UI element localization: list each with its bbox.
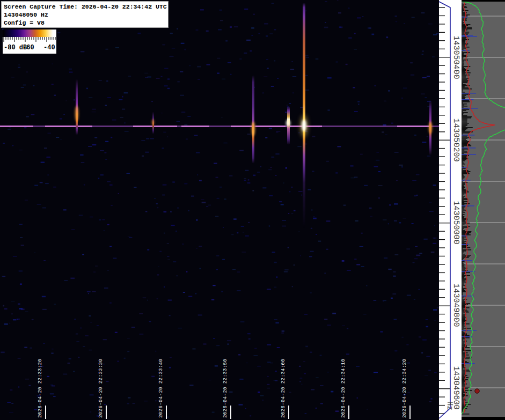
carrier-signal-line-segment [290, 126, 302, 127]
capture-time-line: Screen Capture Time: 2026-04-20 22:34:42… [4, 3, 166, 11]
capture-info-box: Screen Capture Time: 2026-04-20 22:34:42… [1, 1, 169, 28]
meteor-echo-glow [429, 122, 432, 134]
time-axis-tick [106, 406, 107, 419]
meteor-echo-glow [286, 120, 290, 127]
carrier-signal-line-segment [45, 126, 92, 127]
time-axis-label: 2026-04-20 22:33:40 [158, 359, 164, 418]
meteor-echo-streak [252, 75, 254, 164]
spectrum-marker-dot [475, 389, 479, 393]
time-axis-tick [166, 406, 167, 419]
colorbar-label-mid: -60 [23, 44, 34, 51]
waterfall-spectrogram: 2026-04-20 22:33:202026-04-20 22:33:3020… [0, 0, 439, 420]
carrier-signal-line-segment [0, 126, 33, 127]
meteor-echo-glow [252, 122, 255, 136]
avg-spectrum-trace-red [464, 2, 495, 413]
frequency-ruler [439, 0, 462, 420]
time-axis-label: 2026-04-20 22:33:20 [38, 359, 43, 418]
carrier-signal-line-segment [231, 126, 252, 127]
meteor-echo-glow [75, 106, 78, 121]
colorbar-gradient [3, 30, 56, 37]
capture-frequency-line: 143048050 Hz [4, 11, 166, 19]
carrier-signal-line-segment [133, 126, 177, 127]
background-noise-speckles [0, 0, 439, 420]
colorbar-label-max: -40 [43, 44, 55, 51]
spectrum-capture-window: 2026-04-20 22:33:202026-04-20 22:33:3020… [0, 0, 505, 420]
spectrum-panel-frame [462, 0, 505, 420]
time-axis-tick [288, 406, 289, 419]
spectrum-plot [462, 2, 505, 417]
db-colorbar-legend: -80 dB -60 -40 [3, 30, 56, 54]
time-axis-label: 2026-04-20 22:34:00 [281, 359, 287, 418]
time-axis-label: 2026-04-20 22:33:50 [223, 359, 229, 418]
frequency-ruler-ticks [439, 0, 462, 420]
time-axis-tick [45, 406, 46, 419]
time-axis-tick [409, 406, 411, 419]
carrier-signal-line-segment [306, 126, 322, 127]
live-spectrum-trace-green [462, 2, 505, 414]
carrier-signal-line-segment [255, 126, 286, 127]
capture-config-line: Config = V8 [4, 19, 166, 27]
time-axis-label: 2026-04-20 22:34:10 [341, 359, 347, 418]
carrier-signal-line-segment [181, 126, 209, 127]
live-spectrum-panel [462, 2, 505, 417]
time-axis-label: 2026-04-20 22:33:30 [98, 359, 104, 418]
colorbar-labels: -80 dB -60 -40 [3, 44, 56, 53]
meteor-echo-glow [152, 120, 154, 125]
time-axis-tick [348, 406, 349, 419]
colorbar-tick-row [3, 37, 56, 44]
meteor-echo-glow [302, 120, 306, 131]
time-axis-label: 2026-04-20 22:34:20 [402, 359, 408, 418]
time-axis-tick [230, 406, 231, 419]
carrier-signal-line-segment [397, 126, 429, 127]
